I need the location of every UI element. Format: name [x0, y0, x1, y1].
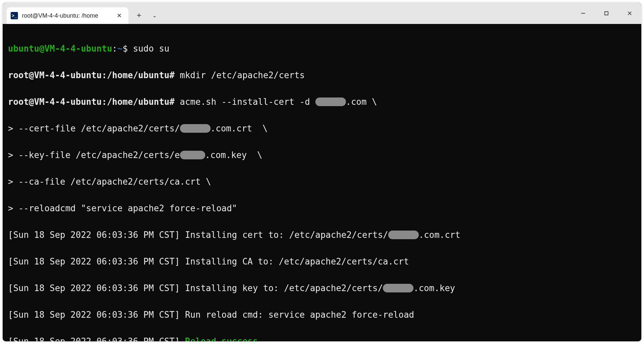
close-window-button[interactable]	[618, 5, 641, 22]
terminal-window: >_ root@VM-4-4-ubuntu: /home ✕ + ⌄ ubunt…	[3, 3, 641, 341]
terminal-line: [Sun 18 Sep 2022 06:03:36 PM CST] Reload…	[8, 335, 636, 341]
redaction	[388, 231, 419, 239]
terminal-viewport[interactable]: ubuntu@VM-4-4-ubuntu:~$ sudo su root@VM-…	[3, 24, 641, 341]
tab-dropdown-button[interactable]: ⌄	[148, 8, 161, 23]
terminal-line: > --cert-file /etc/apache2/certs/.com.cr…	[8, 122, 636, 135]
redaction	[315, 97, 346, 106]
tab-strip: >_ root@VM-4-4-ubuntu: /home ✕ + ⌄	[3, 3, 161, 24]
powershell-icon: >_	[11, 12, 18, 19]
window-controls	[571, 3, 641, 24]
svg-rect-1	[605, 12, 608, 15]
tab-close-button[interactable]: ✕	[114, 11, 124, 20]
minimize-icon	[580, 11, 586, 16]
tab-title: root@VM-4-4-ubuntu: /home	[22, 12, 114, 19]
close-icon	[627, 11, 632, 16]
terminal-line: root@VM-4-4-ubuntu:/home/ubuntu# mkdir /…	[8, 69, 636, 82]
redaction	[180, 124, 211, 133]
minimize-button[interactable]	[571, 5, 595, 22]
new-tab-button[interactable]: +	[132, 8, 146, 23]
terminal-line: ubuntu@VM-4-4-ubuntu:~$ sudo su	[8, 42, 636, 55]
terminal-line: root@VM-4-4-ubuntu:/home/ubuntu# acme.sh…	[8, 95, 636, 108]
redaction	[180, 151, 205, 159]
terminal-line: [Sun 18 Sep 2022 06:03:36 PM CST] Instal…	[8, 255, 636, 268]
terminal-line: > --ca-file /etc/apache2/certs/ca.crt \	[8, 175, 636, 188]
terminal-line: > --reloadcmd "service apache2 force-rel…	[8, 202, 636, 215]
maximize-button[interactable]	[595, 5, 618, 22]
terminal-line: [Sun 18 Sep 2022 06:03:36 PM CST] Instal…	[8, 281, 636, 295]
redaction	[383, 284, 413, 292]
maximize-icon	[604, 11, 609, 16]
titlebar: >_ root@VM-4-4-ubuntu: /home ✕ + ⌄	[3, 3, 641, 24]
terminal-line: [Sun 18 Sep 2022 06:03:36 PM CST] Instal…	[8, 228, 636, 242]
terminal-line: [Sun 18 Sep 2022 06:03:36 PM CST] Run re…	[8, 308, 636, 321]
tab-active[interactable]: >_ root@VM-4-4-ubuntu: /home ✕	[7, 7, 128, 24]
terminal-line: > --key-file /etc/apache2/certs/e.com.ke…	[8, 148, 636, 162]
